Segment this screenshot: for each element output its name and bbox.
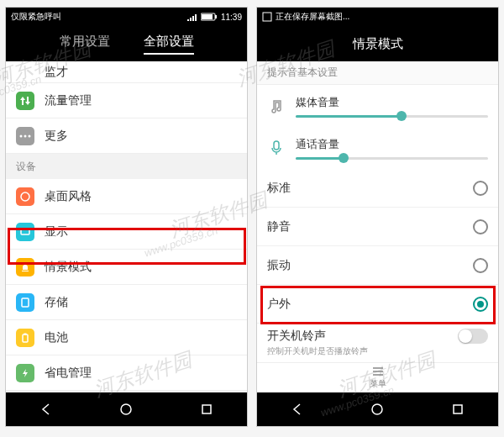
radio-icon [473,258,488,273]
nav-bar [6,392,247,426]
status-bar: 仅限紧急呼叫 11:39 [6,8,247,26]
mic-icon [267,139,286,157]
row-battery[interactable]: 电池 [6,320,247,355]
svg-rect-2 [215,15,217,18]
music-icon [267,97,286,115]
svg-rect-1 [202,14,213,19]
svg-point-16 [372,404,382,414]
row-more[interactable]: 更多 [6,118,247,154]
battery-icon [201,13,218,21]
radio-icon [473,219,488,234]
svg-point-12 [121,404,131,414]
row-ring[interactable]: 开关机铃声 控制开关机时是否播放铃声 [257,324,498,362]
section-device: 设备 [6,154,247,179]
nav-bar [257,392,498,426]
nav-home[interactable] [365,397,390,422]
row-media-volume: 媒体音量 [257,85,498,127]
battery-row-icon [16,329,34,347]
svg-rect-13 [202,405,211,413]
nav-back[interactable] [285,397,310,422]
status-text: 仅限紧急呼叫 [11,11,61,23]
section-hint: 提示音基本设置 [257,61,498,85]
phone-right: 正在保存屏幕截图... 情景模式 提示音基本设置 媒体音量 通话音量 [256,7,499,427]
row-bluetooth[interactable]: 监才 [6,61,247,83]
nav-recent[interactable] [445,397,470,422]
storage-icon [16,293,34,312]
mode-outdoor[interactable]: 户外 [257,285,498,324]
row-home-style[interactable]: 桌面风格 [6,179,247,214]
scene-content: 提示音基本设置 媒体音量 通话音量 标准 静音 [257,61,498,392]
svg-point-6 [21,192,29,201]
header-title: 情景模式 [257,26,498,61]
svg-rect-9 [23,334,28,342]
phone-left: 仅限紧急呼叫 11:39 常用设置 全部设置 监才 流量管理 更多 [5,7,248,427]
svg-rect-8 [22,298,29,307]
menu-icon [371,366,385,376]
svg-point-3 [20,134,23,137]
display-icon [16,223,34,241]
scene-icon [16,258,34,276]
nav-back[interactable] [34,397,59,422]
more-icon [16,127,34,145]
tab-all[interactable]: 全部设置 [144,34,194,55]
svg-rect-15 [274,141,279,150]
row-display[interactable]: 显示 [6,214,247,250]
svg-rect-14 [263,13,271,21]
svg-point-4 [24,134,27,137]
svg-rect-17 [454,405,462,413]
traffic-icon [16,92,34,110]
status-time: 11:39 [221,13,242,22]
header-tabs: 常用设置 全部设置 [6,26,247,61]
nav-home[interactable] [113,397,139,422]
row-storage[interactable]: 存储 [6,285,247,320]
tab-common[interactable]: 常用设置 [60,34,110,55]
row-power-mgmt[interactable]: 省电管理 [6,355,247,391]
mode-silent[interactable]: 静音 [257,208,498,246]
call-volume-slider[interactable] [296,157,488,160]
signal-icon [187,13,197,21]
mode-standard[interactable]: 标准 [257,169,498,208]
menu-bar[interactable]: 菜单 [257,362,498,392]
radio-icon-selected [473,297,488,312]
ring-toggle[interactable] [458,329,488,344]
row-traffic[interactable]: 流量管理 [6,83,247,118]
row-call-volume: 通话音量 [257,127,498,169]
home-icon [16,187,34,206]
power-icon [16,364,34,382]
mode-vibrate[interactable]: 振动 [257,246,498,285]
nav-recent[interactable] [194,397,219,422]
media-volume-slider[interactable] [296,115,488,118]
svg-rect-7 [21,229,29,234]
svg-rect-10 [24,333,27,334]
row-scene-mode[interactable]: 情景模式 [6,250,247,285]
settings-list: 监才 流量管理 更多 设备 桌面风格 显示 情景模式 [6,61,247,392]
status-bar: 正在保存屏幕截图... [257,8,498,26]
status-text: 正在保存屏幕截图... [276,11,349,23]
svg-point-5 [29,134,31,137]
radio-icon [473,181,488,196]
screenshot-icon [262,12,272,22]
